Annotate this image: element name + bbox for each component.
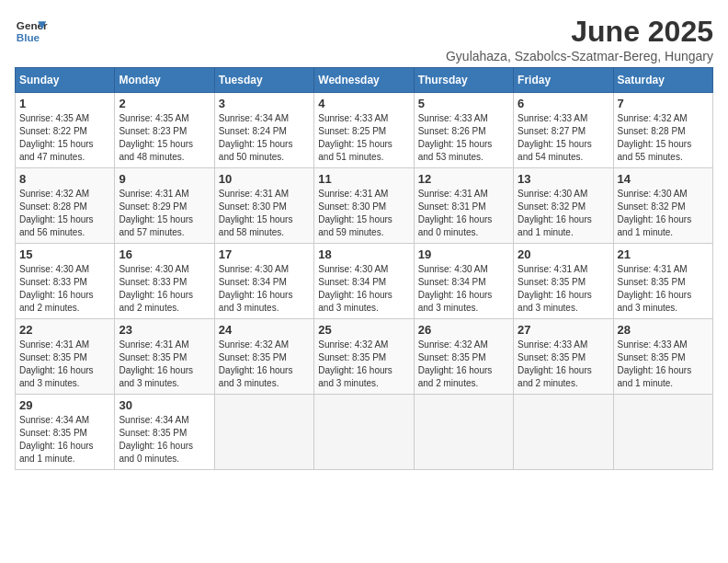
header-saturday: Saturday	[613, 68, 712, 93]
table-row: 22Sunrise: 4:31 AM Sunset: 8:35 PM Dayli…	[16, 319, 115, 395]
day-number: 13	[518, 172, 609, 186]
day-info: Sunrise: 4:33 AM Sunset: 8:35 PM Dayligh…	[618, 339, 709, 390]
day-info: Sunrise: 4:33 AM Sunset: 8:26 PM Dayligh…	[418, 112, 509, 164]
table-row: 4Sunrise: 4:33 AM Sunset: 8:25 PM Daylig…	[314, 93, 414, 168]
table-row: 10Sunrise: 4:31 AM Sunset: 8:30 PM Dayli…	[214, 168, 313, 244]
calendar-week-1: 1Sunrise: 4:35 AM Sunset: 8:22 PM Daylig…	[16, 93, 713, 168]
day-number: 21	[618, 247, 709, 261]
day-number: 18	[318, 247, 409, 261]
table-row: 5Sunrise: 4:33 AM Sunset: 8:26 PM Daylig…	[414, 93, 513, 168]
table-row: 8Sunrise: 4:32 AM Sunset: 8:28 PM Daylig…	[16, 168, 115, 244]
table-row: 21Sunrise: 4:31 AM Sunset: 8:35 PM Dayli…	[613, 244, 712, 319]
header-sunday: Sunday	[16, 68, 115, 93]
day-number: 12	[418, 172, 509, 186]
table-row: 1Sunrise: 4:35 AM Sunset: 8:22 PM Daylig…	[16, 93, 115, 168]
day-info: Sunrise: 4:33 AM Sunset: 8:27 PM Dayligh…	[518, 112, 609, 164]
title-area: June 2025 Gyulahaza, Szabolcs-Szatmar-Be…	[446, 15, 713, 63]
day-info: Sunrise: 4:32 AM Sunset: 8:35 PM Dayligh…	[318, 339, 409, 390]
header-friday: Friday	[514, 68, 613, 93]
header-tuesday: Tuesday	[214, 68, 313, 93]
day-number: 25	[318, 323, 409, 337]
logo: General Blue	[15, 15, 48, 48]
table-row: 13Sunrise: 4:30 AM Sunset: 8:32 PM Dayli…	[514, 168, 613, 244]
day-info: Sunrise: 4:33 AM Sunset: 8:35 PM Dayligh…	[518, 339, 609, 390]
day-info: Sunrise: 4:30 AM Sunset: 8:34 PM Dayligh…	[418, 263, 509, 315]
table-row: 28Sunrise: 4:33 AM Sunset: 8:35 PM Dayli…	[613, 319, 712, 395]
table-row: 7Sunrise: 4:32 AM Sunset: 8:28 PM Daylig…	[613, 93, 712, 168]
weekday-header-row: Sunday Monday Tuesday Wednesday Thursday…	[16, 68, 713, 93]
day-info: Sunrise: 4:32 AM Sunset: 8:28 PM Dayligh…	[19, 188, 110, 239]
calendar-week-5: 29Sunrise: 4:34 AM Sunset: 8:35 PM Dayli…	[16, 395, 713, 470]
day-number: 26	[418, 323, 509, 337]
day-number: 28	[618, 323, 709, 337]
day-info: Sunrise: 4:31 AM Sunset: 8:31 PM Dayligh…	[418, 188, 509, 239]
table-row: 14Sunrise: 4:30 AM Sunset: 8:32 PM Dayli…	[613, 168, 712, 244]
table-row: 12Sunrise: 4:31 AM Sunset: 8:31 PM Dayli…	[414, 168, 513, 244]
day-info: Sunrise: 4:30 AM Sunset: 8:34 PM Dayligh…	[219, 263, 310, 315]
table-row: 29Sunrise: 4:34 AM Sunset: 8:35 PM Dayli…	[16, 395, 115, 470]
day-info: Sunrise: 4:30 AM Sunset: 8:33 PM Dayligh…	[119, 263, 210, 315]
table-row	[613, 395, 712, 470]
calendar-week-4: 22Sunrise: 4:31 AM Sunset: 8:35 PM Dayli…	[16, 319, 713, 395]
day-number: 11	[318, 172, 409, 186]
day-number: 14	[618, 172, 709, 186]
day-number: 27	[518, 323, 609, 337]
day-number: 17	[219, 247, 310, 261]
day-number: 9	[119, 172, 210, 186]
header-monday: Monday	[115, 68, 214, 93]
table-row: 6Sunrise: 4:33 AM Sunset: 8:27 PM Daylig…	[514, 93, 613, 168]
day-info: Sunrise: 4:31 AM Sunset: 8:30 PM Dayligh…	[219, 188, 310, 239]
table-row: 3Sunrise: 4:34 AM Sunset: 8:24 PM Daylig…	[214, 93, 313, 168]
day-info: Sunrise: 4:32 AM Sunset: 8:35 PM Dayligh…	[219, 339, 310, 390]
table-row	[414, 395, 513, 470]
day-number: 16	[119, 247, 210, 261]
table-row: 26Sunrise: 4:32 AM Sunset: 8:35 PM Dayli…	[414, 319, 513, 395]
table-row: 18Sunrise: 4:30 AM Sunset: 8:34 PM Dayli…	[314, 244, 414, 319]
table-row	[214, 395, 313, 470]
day-number: 1	[19, 97, 110, 110]
logo-icon: General Blue	[15, 15, 48, 48]
day-number: 24	[219, 323, 310, 337]
day-info: Sunrise: 4:34 AM Sunset: 8:24 PM Dayligh…	[219, 112, 310, 164]
table-row: 9Sunrise: 4:31 AM Sunset: 8:29 PM Daylig…	[115, 168, 214, 244]
header-thursday: Thursday	[414, 68, 513, 93]
day-info: Sunrise: 4:30 AM Sunset: 8:34 PM Dayligh…	[318, 263, 409, 315]
svg-text:Blue: Blue	[17, 31, 40, 43]
day-info: Sunrise: 4:32 AM Sunset: 8:35 PM Dayligh…	[418, 339, 509, 390]
day-number: 6	[518, 97, 609, 110]
month-title: June 2025	[446, 15, 713, 49]
day-number: 22	[19, 323, 110, 337]
day-number: 10	[219, 172, 310, 186]
day-info: Sunrise: 4:35 AM Sunset: 8:23 PM Dayligh…	[119, 112, 210, 164]
day-number: 4	[318, 97, 409, 110]
day-number: 19	[418, 247, 509, 261]
day-info: Sunrise: 4:31 AM Sunset: 8:30 PM Dayligh…	[318, 188, 409, 239]
calendar-week-3: 15Sunrise: 4:30 AM Sunset: 8:33 PM Dayli…	[16, 244, 713, 319]
day-number: 20	[518, 247, 609, 261]
table-row: 11Sunrise: 4:31 AM Sunset: 8:30 PM Dayli…	[314, 168, 414, 244]
header-wednesday: Wednesday	[314, 68, 414, 93]
day-info: Sunrise: 4:35 AM Sunset: 8:22 PM Dayligh…	[19, 112, 110, 164]
table-row	[314, 395, 414, 470]
table-row: 15Sunrise: 4:30 AM Sunset: 8:33 PM Dayli…	[16, 244, 115, 319]
day-number: 8	[19, 172, 110, 186]
page-header: General Blue June 2025 Gyulahaza, Szabol…	[15, 15, 713, 63]
day-info: Sunrise: 4:34 AM Sunset: 8:35 PM Dayligh…	[119, 414, 210, 465]
day-info: Sunrise: 4:30 AM Sunset: 8:32 PM Dayligh…	[518, 188, 609, 239]
day-info: Sunrise: 4:31 AM Sunset: 8:35 PM Dayligh…	[119, 339, 210, 390]
day-info: Sunrise: 4:30 AM Sunset: 8:33 PM Dayligh…	[19, 263, 110, 315]
table-row: 23Sunrise: 4:31 AM Sunset: 8:35 PM Dayli…	[115, 319, 214, 395]
day-number: 5	[418, 97, 509, 110]
table-row	[514, 395, 613, 470]
table-row: 27Sunrise: 4:33 AM Sunset: 8:35 PM Dayli…	[514, 319, 613, 395]
day-info: Sunrise: 4:32 AM Sunset: 8:28 PM Dayligh…	[618, 112, 709, 164]
day-number: 23	[119, 323, 210, 337]
table-row: 19Sunrise: 4:30 AM Sunset: 8:34 PM Dayli…	[414, 244, 513, 319]
table-row: 20Sunrise: 4:31 AM Sunset: 8:35 PM Dayli…	[514, 244, 613, 319]
day-info: Sunrise: 4:33 AM Sunset: 8:25 PM Dayligh…	[318, 112, 409, 164]
day-number: 29	[19, 398, 110, 412]
table-row: 24Sunrise: 4:32 AM Sunset: 8:35 PM Dayli…	[214, 319, 313, 395]
day-number: 30	[119, 398, 210, 412]
table-row: 16Sunrise: 4:30 AM Sunset: 8:33 PM Dayli…	[115, 244, 214, 319]
table-row: 17Sunrise: 4:30 AM Sunset: 8:34 PM Dayli…	[214, 244, 313, 319]
